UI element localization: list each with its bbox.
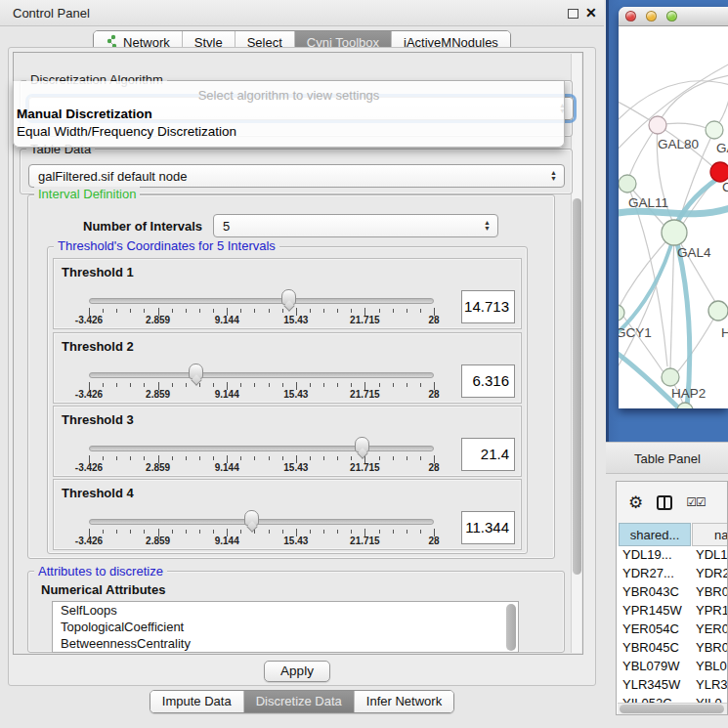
column-header-name[interactable]: na xyxy=(692,523,728,546)
gear-icon[interactable]: ⚙ xyxy=(628,494,643,511)
table-row[interactable]: YBR045CYBR0 xyxy=(617,639,728,658)
column-header-shared[interactable]: shared... xyxy=(619,523,691,546)
threshold-value-field[interactable]: 21.4 xyxy=(461,438,515,471)
cell-name[interactable]: YER0 xyxy=(696,621,728,639)
slider-thumb[interactable] xyxy=(355,437,369,452)
hscrollbar-thumb[interactable] xyxy=(620,705,724,713)
table-data-select[interactable]: galFiltered.sif default node ▲▼ xyxy=(28,164,565,188)
table-toolbar: ⚙ ☑☑ xyxy=(617,482,728,523)
slider-track[interactable] xyxy=(89,298,434,304)
slider-track[interactable] xyxy=(89,519,434,525)
node-label: H xyxy=(721,325,728,340)
table-data-value: galFiltered.sif default node xyxy=(38,169,187,184)
tab-infer-network[interactable]: Infer Network xyxy=(355,691,453,712)
network-node[interactable] xyxy=(619,305,624,321)
cell-name[interactable]: YBL0 xyxy=(696,658,728,676)
network-window-titlebar[interactable] xyxy=(619,7,728,26)
network-node[interactable] xyxy=(708,301,728,321)
list-scrollbar-thumb[interactable] xyxy=(506,604,516,651)
cell-shared-name[interactable]: YBL079W xyxy=(622,658,691,676)
table-rows: YDL19...YDL1YDR27...YDR2YBR043CYBR0YPR14… xyxy=(617,546,728,715)
tab-label: Impute Data xyxy=(162,694,232,708)
slider-thumb[interactable] xyxy=(281,289,296,305)
network-node[interactable] xyxy=(662,220,687,245)
threshold-panel-4: Threshold 4-3.4262.8599.14415.4321.71528… xyxy=(53,479,522,550)
threshold-value-field[interactable]: 6.316 xyxy=(461,364,515,398)
threshold-label: Threshold 4 xyxy=(62,486,134,500)
threshold-value-field[interactable]: 11.344 xyxy=(461,511,515,544)
network-node[interactable] xyxy=(677,403,693,408)
tab-label: Infer Network xyxy=(366,694,442,708)
table-row[interactable]: YDR27...YDR2 xyxy=(617,565,728,583)
threshold-panel-2: Threshold 2-3.4262.8599.14415.4321.71528… xyxy=(53,332,522,404)
threshold-panel-3: Threshold 3-3.4262.8599.14415.4321.71528… xyxy=(53,406,522,477)
table-row[interactable]: YBL079WYBL0 xyxy=(617,658,728,676)
thresholds-group-title: Threshold's Coordinates for 5 Intervals xyxy=(54,238,279,253)
algorithm-dropdown-popup: Select algorithm to view settings Manual… xyxy=(13,81,565,148)
slider-tick-labels: -3.4262.8599.14415.4321.71528 xyxy=(89,315,434,326)
slider-thumb[interactable] xyxy=(244,510,259,526)
node-label: GAL11 xyxy=(628,195,668,210)
table-row[interactable]: YER054CYER0 xyxy=(617,621,728,639)
cell-shared-name[interactable]: YER054C xyxy=(622,621,691,639)
attributes-group-title: Attributes to discretize xyxy=(34,564,167,578)
tab-impute-data[interactable]: Impute Data xyxy=(150,691,244,712)
table-row[interactable]: YBR043CYBR0 xyxy=(617,583,728,602)
slider-tick-labels: -3.4262.8599.14415.4321.71528 xyxy=(89,535,434,547)
attribute-list-item[interactable]: TopologicalCoefficient xyxy=(53,619,518,635)
menu-item-manual-discretization[interactable]: Manual Discretization xyxy=(17,107,152,121)
cell-shared-name[interactable]: YDL19... xyxy=(622,546,691,565)
split-columns-icon[interactable] xyxy=(657,495,672,510)
cell-name[interactable]: YDR2 xyxy=(696,565,728,583)
network-node[interactable] xyxy=(649,116,666,134)
node-label: C xyxy=(722,180,728,194)
cell-shared-name[interactable]: YBR045C xyxy=(622,639,691,658)
checkbox-icons[interactable]: ☑☑ xyxy=(686,495,706,509)
table-header-row: shared... na xyxy=(617,523,728,546)
network-node[interactable] xyxy=(619,175,636,193)
numerical-attributes-list[interactable]: SelfLoopsTopologicalCoefficientBetweenne… xyxy=(52,601,519,653)
stepper-arrows-icon: ▲▼ xyxy=(484,220,491,232)
network-node[interactable] xyxy=(710,162,728,182)
numerical-attributes-label: Numerical Attributes xyxy=(41,582,165,597)
table-row[interactable]: YLR345WYLR3 xyxy=(617,676,728,695)
network-node[interactable] xyxy=(706,121,723,139)
cell-shared-name[interactable]: YLR345W xyxy=(622,676,691,695)
cell-name[interactable]: YLR3 xyxy=(696,676,728,695)
table-row[interactable]: YDL19...YDL1 xyxy=(617,546,728,565)
attribute-list-item[interactable]: BetweennessCentrality xyxy=(53,635,518,652)
slider-thumb[interactable] xyxy=(189,364,203,379)
algorithm-hint: Select algorithm to view settings xyxy=(14,88,564,103)
tab-discretize-data[interactable]: Discretize Data xyxy=(244,691,355,712)
apply-button[interactable]: Apply xyxy=(264,661,330,682)
cell-shared-name[interactable]: YDR27... xyxy=(622,565,691,583)
cell-shared-name[interactable]: YPR145W xyxy=(622,602,691,621)
cell-name[interactable]: YBR0 xyxy=(696,639,728,658)
number-of-intervals-select[interactable]: 5 ▲▼ xyxy=(213,214,498,237)
slider-track[interactable] xyxy=(89,372,434,378)
network-canvas[interactable]: GAL80GACGAL11GAL4GCY1HHAP2 xyxy=(619,26,728,408)
cell-name[interactable]: YDL1 xyxy=(696,546,728,565)
slider-track[interactable] xyxy=(89,446,434,451)
scrollbar-thumb[interactable] xyxy=(573,198,581,575)
attribute-list-item[interactable]: SelfLoops xyxy=(53,602,518,619)
close-icon[interactable]: ✕ xyxy=(585,5,597,21)
settings-vertical-scrollbar[interactable] xyxy=(571,54,581,653)
float-icon[interactable] xyxy=(568,9,578,19)
table-panel: ⚙ ☑☑ shared... na YDL19...YDL1YDR27...YD… xyxy=(606,474,728,728)
table-horizontal-scrollbar[interactable] xyxy=(618,703,728,714)
table-row[interactable]: YPR145WYPR1 xyxy=(617,602,728,621)
network-view-window[interactable]: GAL80GACGAL11GAL4GCY1HHAP2 xyxy=(619,7,728,408)
threshold-value-field[interactable]: 14.713 xyxy=(461,290,515,323)
cell-name[interactable]: YBR0 xyxy=(696,583,728,602)
cell-shared-name[interactable]: YBR043C xyxy=(622,583,691,602)
close-traffic-light-icon[interactable] xyxy=(625,11,636,21)
menu-item-equal-width[interactable]: Equal Width/Frequency Discretization xyxy=(17,124,236,139)
cell-name[interactable]: YPR1 xyxy=(696,602,728,621)
zoom-traffic-light-icon[interactable] xyxy=(666,11,677,21)
minimize-traffic-light-icon[interactable] xyxy=(646,11,657,21)
network-node[interactable] xyxy=(662,368,679,386)
interval-definition-title: Interval Definition xyxy=(34,187,140,201)
control-panel: Control Panel ✕ NetworkStyleSelectCyni T… xyxy=(0,0,604,728)
slider-tick-labels: -3.4262.8599.14415.4321.71528 xyxy=(89,389,434,401)
